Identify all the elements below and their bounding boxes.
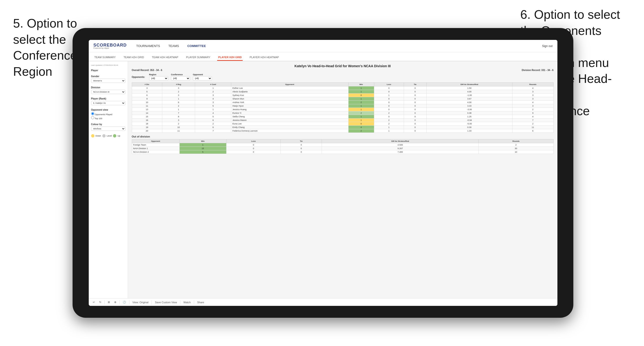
cell-div: 13 [132, 108, 162, 111]
nav-committee[interactable]: COMMITTEE [187, 43, 206, 49]
filter-opponent-label: Opponent [193, 73, 212, 76]
legend-level-dot [102, 134, 106, 138]
logo-sub: Powered by clippd [94, 47, 127, 49]
cell-rounds: 4 [512, 115, 553, 119]
table-row: 15 8 5 Stella Cheng 1 0 0 1.25 4 [132, 115, 553, 119]
cell-win: 1 [348, 119, 374, 122]
sidebar-opponent-view-label: Opponent view [91, 109, 125, 111]
sign-out-link[interactable]: Sign out [542, 44, 552, 48]
nav-right: Sign out [542, 44, 552, 48]
toolbar-share[interactable]: Share [196, 300, 205, 304]
cell-reg: 2 [162, 122, 195, 126]
subnav-team-h2h-grid[interactable]: TEAM H2H GRID [122, 54, 145, 61]
filter-region-select[interactable]: (All) [149, 76, 168, 80]
tablet-device: SCOREBOARD Powered by clippd TOURNAMENTS… [72, 28, 573, 318]
table-row: 14 7 4 Eunice Yi 2 2 0 0.38 9 [132, 111, 553, 115]
toolbar-watch[interactable]: Watch [182, 300, 192, 304]
cell-tie: 0 [404, 97, 426, 101]
cell-loss: 0 [374, 108, 404, 111]
cell-diff: -1.00 [426, 94, 512, 97]
nav-teams[interactable]: TEAMS [168, 43, 179, 49]
toolbar-clock[interactable]: 🕐 [122, 300, 127, 304]
cell-conf: 4 [195, 97, 231, 101]
cell-loss: 0 [374, 86, 404, 90]
sidebar-gender-select[interactable]: Women's [91, 79, 125, 83]
sidebar-timestamp: Last Updated: 27/03/2024 08:44 [91, 64, 125, 66]
subnav: TEAM SUMMARY TEAM H2H GRID TEAM H2H HEAT… [89, 52, 558, 61]
subnav-team-h2h-heatmap[interactable]: TEAM H2H HEATMAP [151, 54, 179, 61]
legend-level-label: Level [107, 135, 112, 137]
cell-reg: 3 [162, 94, 195, 97]
out-cell-diff: 4.500 [322, 143, 479, 147]
division-record: Division Record: 331 - 34 - 6 [522, 69, 553, 71]
table-row: 9 1 4 Sharon Mun 1 0 0 3.67 3 [132, 97, 553, 101]
out-col-win: Win [180, 139, 226, 143]
col-opponent: Opponent [231, 83, 348, 86]
cell-conf: 2 [195, 90, 231, 94]
subnav-player-h2h-grid[interactable]: PLAYER H2H GRID [217, 54, 243, 61]
subnav-player-h2h-heatmap[interactable]: PLAYER H2H HEATMAP [248, 54, 280, 61]
cell-tie: 0 [404, 90, 426, 94]
cell-diff: 1.25 [426, 115, 512, 119]
sidebar-division-label: Division [91, 86, 125, 89]
toolbar-redo[interactable]: ↻ [98, 300, 102, 304]
cell-win: 1 [348, 104, 374, 108]
cell-loss: 0 [374, 90, 404, 94]
sidebar-player-label: Player [91, 69, 125, 72]
cell-conf: 6 [195, 126, 231, 129]
col-tie: Tie [404, 83, 426, 86]
filter-conference-select[interactable]: (All) [171, 76, 190, 80]
table-row: 6 3 3 Sydney Kuo 0 1 0 -1.00 3 [132, 94, 553, 97]
cell-div: 18 [132, 122, 162, 126]
toolbar-view-original[interactable]: View: Original [131, 300, 150, 304]
filters-row: Opponents: Region (All) Conference (All) [132, 73, 554, 80]
filter-opponent-select[interactable]: (All) [193, 76, 212, 80]
toolbar-sep3 [129, 300, 130, 305]
sidebar-radio-top100[interactable]: Top 100 [91, 116, 125, 120]
cell-win: 1 [348, 97, 374, 101]
cell-rounds: 3 [512, 104, 553, 108]
out-cell-rounds: 30 [479, 147, 553, 150]
toolbar-paste[interactable]: ⊕ [113, 300, 118, 304]
toolbar-save-custom[interactable]: Save Custom View [154, 300, 178, 304]
out-col-diff: Diff Av Strokes/Rnd [322, 139, 479, 143]
toolbar-undo[interactable]: ↩ [92, 300, 96, 304]
filter-region-label: Region [149, 73, 168, 76]
cell-div: 3 [132, 86, 162, 90]
out-cell-diff: 9.267 [322, 147, 479, 150]
col-win: Win [348, 83, 374, 86]
subnav-player-summary[interactable]: PLAYER SUMMARY [185, 54, 211, 61]
toolbar-sep6 [194, 300, 194, 305]
cell-diff: 4.00 [426, 90, 512, 94]
toolbar-copy[interactable]: ⊞ [106, 300, 111, 304]
sidebar-player-rank-select[interactable]: 6. Katelyn Vo [91, 101, 125, 105]
legend-row: Down Level Up [91, 134, 125, 138]
cell-div: 9 [132, 97, 162, 101]
cell-rounds: 4 [512, 101, 553, 104]
cell-reg: 11 [162, 129, 195, 133]
out-cell-win: 1 [180, 143, 226, 147]
cell-reg: 2 [162, 104, 195, 108]
out-col-rounds: Rounds [479, 139, 553, 143]
cell-reg: 7 [162, 111, 195, 115]
cell-opponent: Emily Chang [231, 126, 348, 129]
cell-tie: 0 [404, 126, 426, 129]
nav-tournaments[interactable]: TOURNAMENTS [136, 43, 160, 49]
sidebar-colour-select[interactable]: Win/loss [91, 127, 125, 131]
cell-opponent: Eunice Yi [231, 111, 348, 115]
cell-rounds: 4 [512, 86, 553, 90]
out-division-header: Out of division [132, 135, 554, 138]
cell-reg: 8 [162, 115, 195, 119]
col-rounds: Rounds [512, 83, 553, 86]
out-cell-loss: 0 [226, 143, 281, 147]
sidebar-radio-opponents[interactable]: Opponents Played [91, 112, 125, 116]
cell-conf: 5 [195, 115, 231, 119]
subnav-team-summary[interactable]: TEAM SUMMARY [94, 54, 117, 61]
sidebar-division-select[interactable]: NCAA Division III [91, 90, 125, 94]
cell-tie: 0 [404, 108, 426, 111]
h2h-table: # Div # Reg # Conf Opponent Win Loss Tie… [132, 82, 554, 133]
cell-rounds: 3 [512, 97, 553, 101]
cell-win: 1 [348, 86, 374, 90]
out-division-table: Opponent Win Loss Tie Diff Av Strokes/Rn… [132, 139, 554, 154]
cell-rounds: 3 [512, 90, 553, 94]
